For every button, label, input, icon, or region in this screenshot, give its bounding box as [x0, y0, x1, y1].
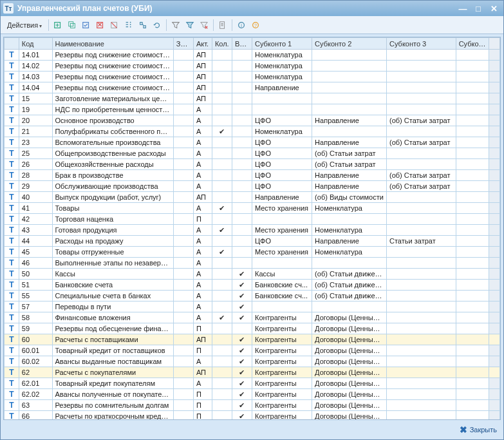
table-row[interactable]: T62.02Авансы полученные от покупателейП✔… [5, 389, 500, 400]
table-row[interactable]: T20Основное производствоАЦФОНаправление(… [5, 115, 500, 126]
table-row[interactable]: T40Выпуск продукции (работ, услуг)АПНапр… [5, 192, 500, 203]
cell-kol [212, 378, 232, 389]
cell-kod: 29 [19, 181, 52, 192]
add-group-button[interactable] [66, 19, 79, 32]
table-row[interactable]: T59Резервы под обесценение финанс...ПКон… [5, 323, 500, 334]
table-row[interactable]: T50КассыА✔Кассы(об) Статьи движен... [5, 269, 500, 280]
col-name[interactable]: Наименование [52, 38, 173, 50]
table-row[interactable]: T23Вспомогательные производстваАЦФОНапра… [5, 137, 500, 148]
cell-sk1: Номенклатура [252, 72, 312, 82]
chevron-down-icon: ▾ [39, 23, 42, 29]
subaccounts-button[interactable]: i [235, 19, 248, 32]
table-row[interactable]: T14.01Резервы под снижение стоимости ...… [5, 50, 500, 61]
col-kol[interactable]: Кол. [212, 38, 232, 50]
cell-kod: 63 [19, 400, 52, 411]
col-val[interactable]: Вал. [232, 38, 252, 50]
delete-button[interactable] [94, 19, 107, 32]
table-row[interactable]: T14.03Резервы под снижение стоимости ...… [5, 72, 500, 82]
t-account-icon: T [5, 225, 19, 236]
table-row[interactable]: T14.04Резервы под снижение стоимости ...… [5, 82, 500, 93]
col-sk2[interactable]: Субконто 2 [312, 38, 387, 50]
col-zab[interactable]: Заб. [173, 38, 193, 50]
close-link[interactable]: ✖ Закрыть [460, 425, 497, 435]
table-row[interactable]: T41ТоварыА✔Место храненияНоменклатура [5, 203, 500, 214]
edit-button[interactable] [80, 19, 93, 32]
table-row[interactable]: T57Переводы в путиА✔ [5, 301, 500, 312]
cell-name: Торговая наценка [52, 214, 173, 225]
table-row[interactable]: T62.01Товарный кредит покупателямА✔Контр… [5, 378, 500, 389]
table-row[interactable]: T44Расходы на продажуАЦФОНаправлениеСтат… [5, 236, 500, 247]
cell-sk3: (об) Статьи затрат [387, 137, 456, 148]
cell-sk2: Договоры (Ценные ... [312, 334, 387, 345]
t-account-icon: T [5, 247, 19, 258]
table-row[interactable]: T43Готовая продукцияА✔Место храненияНоме… [5, 225, 500, 236]
hierarchy-button[interactable] [122, 19, 135, 32]
cell-skx [456, 280, 489, 291]
maximize-button[interactable]: □ [471, 3, 485, 14]
table-row[interactable]: T42Торговая наценкаП [5, 214, 500, 225]
filter-toggle-button[interactable] [183, 19, 196, 32]
table-row[interactable]: T60.01Товарный кредит от поставщиковП✔Ко… [5, 345, 500, 356]
cell-sk3 [387, 82, 456, 93]
table-row[interactable]: T55Специальные счета в банкахА✔Банковски… [5, 291, 500, 301]
move-button[interactable] [136, 19, 149, 32]
col-akt[interactable]: Акт. [193, 38, 212, 50]
table-row[interactable]: T29Обслуживающие производстваАЦФОНаправл… [5, 181, 500, 192]
actions-menu[interactable]: Действия▾ [3, 20, 46, 30]
cell-kod: 14.01 [19, 50, 52, 61]
table-row[interactable]: T25Общепроизводственные расходыАЦФО(об) … [5, 148, 500, 159]
table-row[interactable]: T19НДС по приобретенным ценностямА [5, 104, 500, 115]
cell-name: Основное производство [52, 115, 173, 126]
toolbar: Действия▾ i ? [1, 16, 503, 34]
scrollbar-cell [489, 214, 500, 225]
col-sk1[interactable]: Субконто 1 [252, 38, 312, 50]
table-row[interactable]: T58Финансовые вложенияА✔✔КонтрагентыДого… [5, 312, 500, 323]
cell-skx [456, 269, 489, 280]
mark-delete-button[interactable] [108, 19, 121, 32]
filter-button[interactable] [169, 19, 182, 32]
table-row[interactable]: T26Общехозяйственные расходыАЦФО(об) Ста… [5, 159, 500, 170]
table-row[interactable]: T28Брак в производствеАЦФОНаправление(об… [5, 170, 500, 181]
clear-filter-button[interactable] [198, 19, 210, 32]
table-row[interactable]: T15Заготовление материальных ценн...АП [5, 93, 500, 104]
cell-sk1: Контрагенты [252, 356, 312, 367]
cell-kol [212, 269, 232, 280]
titlebar[interactable]: Tт Управленческий план счетов (УБИ) — □ … [1, 1, 503, 16]
help-button[interactable]: ? [249, 19, 262, 32]
window-title: Управленческий план счетов (УБИ) [17, 4, 153, 13]
table-row[interactable]: T60.02Авансы выданные поставщикамА✔Контр… [5, 356, 500, 367]
table-row[interactable]: T46Выполненные этапы по незаверше...А [5, 258, 500, 269]
table-row[interactable]: T45Товары отгруженныеА✔Место храненияНом… [5, 247, 500, 258]
cell-sk1: ЦФО [252, 115, 312, 126]
minimize-button[interactable]: — [456, 3, 470, 14]
cell-kol [212, 61, 232, 72]
cell-kol: ✔ [212, 203, 232, 214]
table-row[interactable]: T14.02Резервы под снижение стоимости ...… [5, 61, 500, 72]
scrollbar-cell [489, 356, 500, 367]
table-row[interactable]: T63Резервы по сомнительным долгамП✔Контр… [5, 400, 500, 411]
cell-name: Авансы выданные поставщикам [52, 356, 173, 367]
cell-zab [173, 345, 193, 356]
table-row[interactable]: T51Банковские счетаА✔Банковские сч...(об… [5, 280, 500, 291]
add-button[interactable] [51, 19, 64, 32]
col-sk3[interactable]: Субконто 3 [387, 38, 456, 50]
cell-name: Кассы [52, 269, 173, 280]
cell-sk2: (об) Виды стоимости [312, 192, 387, 203]
grid[interactable]: Код Наименование Заб. Акт. Кол. Вал. Суб… [3, 37, 501, 420]
cell-akt: А [193, 291, 212, 301]
table-row[interactable]: T60Расчеты с поставщикамиАП✔КонтрагентыД… [5, 334, 500, 345]
table-row[interactable]: T21Полуфабрикаты собственного про...А✔Но… [5, 126, 500, 137]
close-button[interactable]: ✕ [487, 3, 501, 14]
refresh-button[interactable] [151, 19, 163, 32]
cell-zab [173, 82, 193, 93]
col-kod[interactable]: Код [19, 38, 52, 50]
col-icon[interactable] [5, 38, 19, 50]
col-skx[interactable]: Субкон... [456, 38, 489, 50]
cell-akt: А [193, 104, 212, 115]
cell-sk1: Номенклатура [252, 126, 312, 137]
table-row[interactable]: T66Расчеты по краткосрочным кредит...П✔К… [5, 411, 500, 421]
cell-sk1: Кассы [252, 269, 312, 280]
table-row[interactable]: T62Расчеты с покупателямиАП✔КонтрагентыД… [5, 367, 500, 378]
reports-button[interactable] [216, 19, 229, 32]
svg-rect-1 [69, 21, 73, 26]
